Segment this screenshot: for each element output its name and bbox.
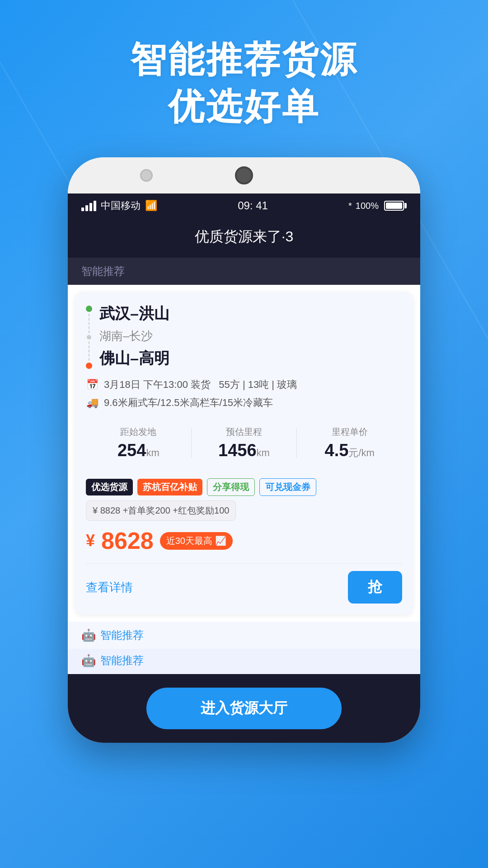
stat-mileage-value: 1456km xyxy=(192,441,297,460)
price-badge: 近30天最高 📈 xyxy=(160,532,233,550)
route-labels: 武汉–洪山 湖南–长沙 佛山–高明 xyxy=(99,303,402,369)
stat-distance-value: 254km xyxy=(86,441,191,460)
status-time: 09: 41 xyxy=(238,199,268,212)
truck-info-row: 🚚 9.6米厢式车/12.5米高栏车/15米冷藏车 xyxy=(86,396,402,410)
route-line-bottom xyxy=(89,341,89,361)
price-symbol: ¥ xyxy=(86,531,95,550)
origin-dot xyxy=(86,306,92,312)
robot-icon-1: 🤖 xyxy=(81,628,96,642)
truck-icon: 🚚 xyxy=(86,396,99,409)
date-info: 3月18日 下午13:00 装货 55方 | 13吨 | 玻璃 xyxy=(104,378,297,392)
wifi-icon: 📶 xyxy=(145,200,157,212)
phone-frame: 中国移动 📶 09: 41 *️ 100% 优质货源来了·3 智能推荐 xyxy=(0,157,488,743)
bonus-row: ¥ 8828 +首单奖200 +红包奖励100 xyxy=(86,500,236,521)
origin-sub: 湖南–长沙 xyxy=(99,328,402,344)
price-row: ¥ 8628 近30天最高 📈 xyxy=(86,527,402,554)
route-container: 武汉–洪山 湖南–长沙 佛山–高明 xyxy=(86,303,402,369)
hero-section: 智能推荐货源 优选好单 xyxy=(0,0,488,157)
dest-main: 佛山–高明 xyxy=(99,348,402,369)
cargo-card[interactable]: 武汉–洪山 湖南–长沙 佛山–高明 📅 3月18日 下午13:00 装货 55方… xyxy=(75,292,413,614)
route-dots xyxy=(86,303,92,369)
price-amount: 8628 xyxy=(101,527,154,554)
battery-icon xyxy=(382,201,407,211)
date-info-row: 📅 3月18日 下午13:00 装货 55方 | 13吨 | 玻璃 xyxy=(86,378,402,392)
carrier-name: 中国移动 xyxy=(101,199,141,212)
stat-rate: 里程单价 4.5元/km xyxy=(297,426,402,460)
route-line-top xyxy=(89,314,89,333)
enter-hall-button[interactable]: 进入货源大厅 xyxy=(146,688,342,729)
tag-preferred: 优选货源 xyxy=(86,479,133,495)
battery-pct: 100% xyxy=(356,201,379,211)
dest-dot xyxy=(86,363,92,369)
tag-subsidy: 苏杭百亿补贴 xyxy=(137,479,202,495)
recommend-row-1: 🤖 智能推荐 xyxy=(68,622,420,649)
grab-button[interactable]: 抢 xyxy=(348,571,402,604)
stat-rate-value: 4.5元/km xyxy=(297,441,402,460)
tags-row: 优选货源 苏杭百亿补贴 分享得现 可兑现金券 xyxy=(86,478,402,496)
mid-dot xyxy=(87,335,91,340)
phone-bottom: 进入货源大厅 xyxy=(68,674,420,743)
section-smart-label: 智能推荐 xyxy=(68,258,420,285)
robot-icon-2: 🤖 xyxy=(81,654,96,668)
status-left: 中国移动 📶 xyxy=(81,199,157,212)
hero-title: 智能推荐货源 优选好单 xyxy=(0,36,488,130)
recommend-label-2: 智能推荐 xyxy=(100,653,144,668)
truck-info: 9.6米厢式车/12.5米高栏车/15米冷藏车 xyxy=(104,396,273,410)
stat-mileage: 预估里程 1456km xyxy=(192,426,297,460)
tag-coupon: 可兑现金券 xyxy=(259,478,316,496)
origin-main: 武汉–洪山 xyxy=(99,303,402,325)
phone-body: 中国移动 📶 09: 41 *️ 100% 优质货源来了·3 智能推荐 xyxy=(68,157,420,743)
signal-icon xyxy=(81,201,96,211)
stat-distance: 距始发地 254km xyxy=(86,426,191,460)
status-bar: 中国移动 📶 09: 41 *️ 100% xyxy=(68,193,420,218)
bluetooth-icon: *️ xyxy=(348,201,352,211)
stats-row: 距始发地 254km 预估里程 1456km 里程单价 4.5元/km xyxy=(86,419,402,467)
app-header: 优质货源来了·3 xyxy=(68,218,420,258)
front-camera-small xyxy=(140,169,153,182)
recommend-row-2: 🤖 智能推荐 xyxy=(68,649,420,674)
front-camera-main xyxy=(235,166,253,184)
tag-share: 分享得现 xyxy=(207,478,255,496)
status-right: *️ 100% xyxy=(348,201,407,211)
phone-top-bar xyxy=(68,157,420,193)
view-detail-link[interactable]: 查看详情 xyxy=(86,580,133,595)
calendar-icon: 📅 xyxy=(86,378,99,391)
recommend-label-1: 智能推荐 xyxy=(100,628,144,642)
card-footer: 查看详情 抢 xyxy=(86,563,402,604)
app-title: 优质货源来了·3 xyxy=(81,227,407,247)
